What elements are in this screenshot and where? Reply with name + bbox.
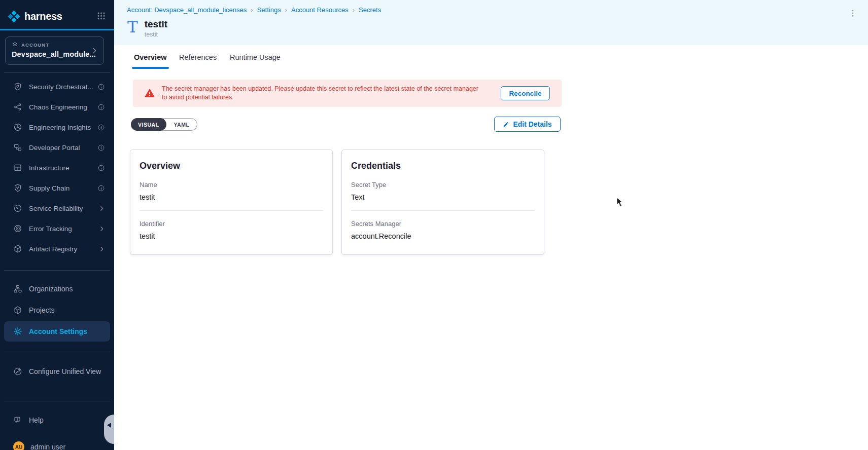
- tab-runtime-usage[interactable]: Runtime Usage: [230, 45, 281, 69]
- sidebar-item-service-reliability[interactable]: Service Reliability: [4, 198, 110, 218]
- sidebar-item-user-profile[interactable]: AU admin user: [4, 437, 110, 450]
- insights-icon: [13, 123, 22, 132]
- breadcrumb-account-link[interactable]: Account: Devspace_all_module_licenses: [127, 6, 247, 14]
- sidebar: harness ACCOUNT Devspace_all_module... S…: [0, 0, 114, 450]
- sidebar-item-label: Help: [29, 416, 105, 424]
- card-title: Overview: [140, 161, 323, 171]
- field-label-name: Name: [140, 181, 323, 189]
- info-icon[interactable]: [97, 164, 105, 172]
- overview-card: Overview Name testit Identifier testit: [130, 149, 333, 255]
- edit-details-button[interactable]: Edit Details: [494, 117, 561, 132]
- tab-overview[interactable]: Overview: [134, 45, 167, 69]
- tab-label: References: [179, 53, 217, 61]
- gear-icon: [13, 327, 22, 336]
- breadcrumb: Account: Devspace_all_module_licenses › …: [127, 6, 381, 14]
- toggle-yaml-option[interactable]: YAML: [166, 122, 197, 128]
- gauge-icon: [13, 204, 22, 213]
- target-icon: [13, 224, 22, 233]
- layers-icon: [12, 42, 18, 48]
- sidebar-item-label: Artifact Registry: [29, 245, 98, 253]
- sidebar-item-error-tracking[interactable]: Error Tracking: [4, 218, 110, 239]
- field-label-secret-type: Secret Type: [351, 181, 535, 189]
- sidebar-item-help[interactable]: Help: [4, 410, 110, 430]
- orgchart-icon: [13, 284, 22, 293]
- reconcile-button[interactable]: Reconcile: [501, 86, 550, 100]
- user-avatar: AU: [13, 441, 24, 450]
- sidebar-item-supply-chain[interactable]: Supply Chain: [4, 178, 110, 198]
- visual-yaml-toggle: VISUAL YAML: [131, 118, 197, 131]
- sidebar-item-artifact-registry[interactable]: Artifact Registry: [4, 239, 110, 259]
- harness-logo-icon: [7, 10, 21, 23]
- help-bubble-icon: [13, 416, 22, 425]
- chevron-right-icon: [90, 47, 98, 55]
- tab-bar: Overview References Runtime Usage: [114, 45, 868, 69]
- chevron-right-icon: [98, 226, 105, 232]
- field-value-secrets-manager: account.Reconcile: [351, 232, 535, 240]
- secret-title-block: T testit testit: [127, 19, 167, 38]
- sidebar-item-configure-unified-view[interactable]: Configure Unified View: [4, 361, 110, 382]
- sidebar-item-label: Supply Chain: [29, 184, 97, 192]
- page-header: Account: Devspace_all_module_licenses › …: [114, 0, 868, 45]
- breadcrumb-account-resources-link[interactable]: Account Resources: [291, 6, 349, 14]
- breadcrumb-secrets-link[interactable]: Secrets: [359, 6, 381, 14]
- info-icon[interactable]: [97, 103, 105, 111]
- tab-label: Runtime Usage: [230, 53, 281, 61]
- breadcrumb-separator: ›: [285, 6, 287, 14]
- sidebar-divider: [4, 401, 110, 401]
- field-value-identifier: testit: [140, 232, 323, 240]
- sidebar-item-label: Engineering Insights: [29, 124, 97, 131]
- sidebar-divider: [4, 352, 110, 352]
- sidebar-collapse-handle[interactable]: [104, 415, 114, 444]
- sidebar-item-label: Developer Portal: [29, 144, 97, 152]
- sidebar-item-engineering-insights[interactable]: Engineering Insights: [4, 117, 110, 137]
- breadcrumb-settings-link[interactable]: Settings: [257, 6, 281, 14]
- sidebar-item-label: Configure Unified View: [29, 367, 105, 376]
- info-icon[interactable]: [97, 83, 105, 91]
- sidebar-item-account-settings[interactable]: Account Settings: [4, 321, 110, 342]
- warning-triangle-icon: [145, 88, 155, 98]
- chaos-icon: [13, 102, 22, 111]
- portal-icon: [13, 143, 22, 152]
- sidebar-item-projects[interactable]: Projects: [4, 300, 110, 320]
- page-title: testit: [145, 19, 167, 29]
- sidebar-item-chaos-engineering[interactable]: Chaos Engineering: [4, 97, 110, 117]
- tab-references[interactable]: References: [179, 45, 217, 69]
- account-selector[interactable]: ACCOUNT Devspace_all_module...: [5, 36, 104, 65]
- shield-icon: [13, 82, 22, 91]
- sidebar-item-label: Error Tracking: [29, 225, 98, 233]
- account-name: Devspace_all_module...: [12, 50, 97, 58]
- module-grid-icon[interactable]: [96, 11, 106, 21]
- sidebar-item-infrastructure[interactable]: Infrastructure: [4, 158, 110, 178]
- kebab-menu-icon[interactable]: [848, 8, 857, 19]
- field-divider: [351, 210, 535, 211]
- sidebar-item-organizations[interactable]: Organizations: [4, 279, 110, 299]
- brand-accent-line: [0, 29, 114, 30]
- infrastructure-icon: [13, 163, 22, 172]
- info-icon[interactable]: [97, 124, 105, 131]
- sidebar-item-label: Security Orchestrat...: [29, 83, 97, 91]
- edit-details-label: Edit Details: [513, 120, 551, 128]
- pencil-icon: [503, 121, 509, 128]
- cube-icon: [13, 306, 22, 315]
- harness-logo-text: harness: [24, 11, 62, 22]
- field-divider: [140, 210, 323, 211]
- breadcrumb-separator: ›: [353, 6, 355, 14]
- sidebar-item-label: Organizations: [29, 285, 105, 293]
- secret-manager-warning-banner: The secret manager has been updated. Ple…: [133, 80, 562, 107]
- info-icon[interactable]: [97, 144, 105, 152]
- sidebar-item-developer-portal[interactable]: Developer Portal: [4, 137, 110, 158]
- warning-message: The secret manager has been updated. Ple…: [162, 85, 481, 102]
- page-subtitle: testit: [145, 31, 167, 38]
- toggle-visual-option[interactable]: VISUAL: [131, 118, 166, 131]
- sidebar-divider: [4, 72, 110, 73]
- harness-logo[interactable]: harness: [7, 9, 62, 24]
- credentials-card: Credentials Secret Type Text Secrets Man…: [341, 149, 544, 255]
- sidebar-item-label: Projects: [29, 306, 105, 314]
- info-icon[interactable]: [97, 184, 105, 192]
- mouse-cursor: [615, 197, 625, 207]
- account-selector-header: ACCOUNT: [12, 42, 97, 48]
- cube-icon: [13, 244, 22, 253]
- user-name-label: admin user: [30, 443, 105, 450]
- sidebar-item-security-orchestration[interactable]: Security Orchestrat...: [4, 77, 110, 97]
- harness-app: harness ACCOUNT Devspace_all_module... S…: [0, 0, 868, 450]
